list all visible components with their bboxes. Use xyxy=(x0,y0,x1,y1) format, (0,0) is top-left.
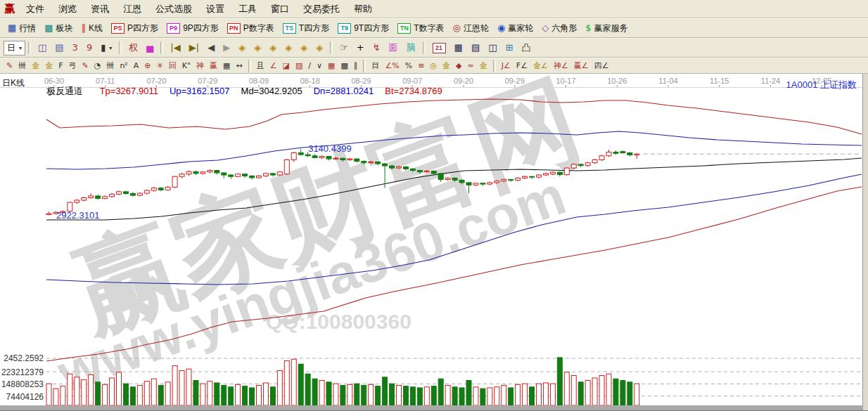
n-square-tool[interactable]: n² xyxy=(117,60,130,72)
diamond-expand-button[interactable]: ◈ xyxy=(265,41,281,55)
starburst-tool[interactable]: ✳ xyxy=(154,60,166,72)
f-fence-tool[interactable]: F xyxy=(56,60,65,72)
printer-button[interactable]: 凸 xyxy=(517,41,535,55)
window-overlay-button[interactable]: ◫ xyxy=(34,41,51,55)
spiral-tool[interactable]: 弓 xyxy=(66,60,79,72)
menu-item-file[interactable]: 文件 xyxy=(19,1,51,18)
p-number-table-button[interactable]: PNP数字表 xyxy=(223,20,279,37)
menu-item-news[interactable]: 资讯 xyxy=(84,1,116,18)
square-target-tool[interactable]: 回 xyxy=(166,60,179,72)
retrace-line-tool[interactable]: ≡ xyxy=(415,60,427,72)
si-angle-tool[interactable]: 四∠ xyxy=(592,60,612,72)
nine-t-square-button[interactable]: T99T四方形 xyxy=(333,20,393,37)
diamond-grid-button[interactable]: ◈ xyxy=(312,41,327,55)
diamond-right-button[interactable]: ◈ xyxy=(250,41,265,55)
winner-service-button[interactable]: $赢家服务 xyxy=(581,20,632,37)
calculator-button[interactable]: ▦ xyxy=(450,41,467,55)
gold-circle-tool[interactable]: ◎ xyxy=(427,60,440,72)
go-first-button[interactable]: |◀ xyxy=(166,41,184,55)
coarse-grid-tool[interactable]: ▩ xyxy=(338,60,351,72)
restore-rights-button[interactable]: 权 xyxy=(125,41,142,55)
gold-fence-tool-2[interactable]: 金 xyxy=(42,60,56,72)
angle-ruler-tool[interactable]: A xyxy=(131,60,142,72)
stat-panel-tool[interactable]: 目 xyxy=(369,60,382,72)
p-square-button[interactable]: PSP四方形 xyxy=(107,20,162,37)
j-angle-tool[interactable]: J∠ xyxy=(499,60,513,72)
t-square-button[interactable]: TST四方形 xyxy=(279,20,333,37)
fine-grid-tool[interactable]: ▦ xyxy=(325,60,338,72)
prev-bar-button[interactable]: ◀ xyxy=(203,41,219,55)
kline-button[interactable]: ∥K线 xyxy=(77,20,108,37)
width-measure-tool[interactable]: ↔ xyxy=(233,60,245,72)
date-tick-label: 10-17 xyxy=(556,77,575,85)
fence-tool[interactable]: 卌 xyxy=(103,60,117,72)
shaded-fan-tool[interactable]: ◪ xyxy=(280,60,293,72)
right-scrollbar-strip[interactable] xyxy=(863,74,868,411)
compass-target-tool[interactable]: ⊕ xyxy=(141,60,153,72)
grid-123-tool[interactable]: ▦ xyxy=(220,60,233,72)
k-marker-tool[interactable]: K" xyxy=(179,60,193,72)
pen-tool[interactable]: ✎ xyxy=(4,60,15,72)
wave-band-tool[interactable]: ≈ xyxy=(465,60,477,72)
menu-item-gann[interactable]: 江恩 xyxy=(116,1,148,18)
erase-tool-button[interactable]: ↯ xyxy=(369,41,385,55)
hand-tool-button[interactable]: ☞ xyxy=(336,41,352,55)
kline-chart-canvas[interactable]: 赢家财富网www.yingjia360.comQQ:10080036006-30… xyxy=(0,74,868,411)
crosshair-button[interactable]: + xyxy=(352,41,369,55)
gold-fence-tool-1[interactable]: 金 xyxy=(29,60,42,72)
zigzag-line-tool[interactable]: ∨ xyxy=(314,60,325,72)
parallel-lines-tool[interactable]: ∥ xyxy=(351,60,361,72)
brain-tool-button[interactable]: 脑 xyxy=(402,41,420,55)
percent-tool[interactable]: % xyxy=(402,60,415,72)
gold-angle-tool[interactable]: 金∠ xyxy=(530,60,551,72)
menu-item-trade-order[interactable]: 交易委托 xyxy=(296,1,347,18)
volume-color-button[interactable]: ▅ xyxy=(142,41,158,55)
kline-9-button[interactable]: 9 xyxy=(82,41,96,55)
ying-angle-tool[interactable]: 赢∠ xyxy=(571,60,592,72)
flag-marker-tool[interactable]: ◆ xyxy=(453,60,464,72)
menu-item-tools[interactable]: 工具 xyxy=(231,1,264,18)
diamond-left-button[interactable]: ◈ xyxy=(234,41,250,55)
shen-angle-tool[interactable]: 神∠ xyxy=(551,60,571,72)
hexagon-button[interactable]: ◇六角形 xyxy=(537,20,581,37)
kline-3-button[interactable]: 3 xyxy=(68,41,82,55)
nine-p-square-button[interactable]: P99P四方形 xyxy=(162,20,223,37)
sectors-button[interactable]: ▩板块 xyxy=(40,20,77,37)
gann-wheel-button[interactable]: ◎江恩轮 xyxy=(449,20,493,37)
gann-box-tool[interactable]: 且 xyxy=(254,60,267,72)
next-bar-button[interactable]: ▶ xyxy=(219,41,234,55)
gold-lines-tool[interactable]: 金 xyxy=(440,60,453,72)
network-button[interactable]: ⊞ xyxy=(501,41,517,55)
quotes-button[interactable]: ▦行情 xyxy=(4,20,40,37)
mark-pen-tool[interactable]: ✎ xyxy=(79,60,91,72)
shen-grid-tool[interactable]: 神 xyxy=(193,60,207,72)
trend-line-tool[interactable]: ∕ xyxy=(305,60,314,72)
watermark: 赢家财富网www.yingjia360.comQQ:100800360 xyxy=(49,74,595,405)
percent-line-tool[interactable]: ∠% xyxy=(382,60,402,72)
t-number-table-button[interactable]: TNT数字表 xyxy=(393,20,448,37)
calendar-button[interactable]: 21 xyxy=(428,41,450,56)
save-button[interactable]: ◫ xyxy=(484,41,501,55)
gold-level-tool[interactable]: 金 xyxy=(477,60,490,72)
menu-item-formula-stock-picker[interactable]: 公式选股 xyxy=(148,1,199,18)
ying-grid-tool[interactable]: 赢 xyxy=(207,60,220,72)
candle-style-selector[interactable]: ▮▾ xyxy=(96,41,116,55)
menu-item-settings[interactable]: 设置 xyxy=(199,1,231,18)
menu-item-window[interactable]: 窗口 xyxy=(264,1,296,18)
square-fan-tool[interactable]: ▨ xyxy=(293,60,305,72)
diamond-full-button[interactable]: ◈ xyxy=(296,41,312,55)
gann-fan-tool[interactable]: ∠ xyxy=(267,60,280,72)
menu-item-help[interactable]: 帮助 xyxy=(347,1,379,18)
go-last-button[interactable]: ▶| xyxy=(185,41,203,55)
info-list-button[interactable]: ▤ xyxy=(51,41,68,55)
time-cycle-tool[interactable]: ◔ xyxy=(91,60,104,72)
menu-item-browse[interactable]: 浏览 xyxy=(51,1,84,18)
mask-tool-button[interactable]: 面 xyxy=(385,41,402,55)
date-tick-label: 09-07 xyxy=(402,77,422,85)
diamond-compress-button[interactable]: ◈ xyxy=(281,41,296,55)
gann-fence-tool[interactable]: 卌 xyxy=(15,60,29,72)
notes-button[interactable]: ▤ xyxy=(467,41,484,55)
f-angle-tool[interactable]: F∠ xyxy=(513,60,530,72)
winner-wheel-button[interactable]: ◉赢家轮 xyxy=(493,20,537,37)
period-selector[interactable]: 日▾ xyxy=(4,41,25,56)
